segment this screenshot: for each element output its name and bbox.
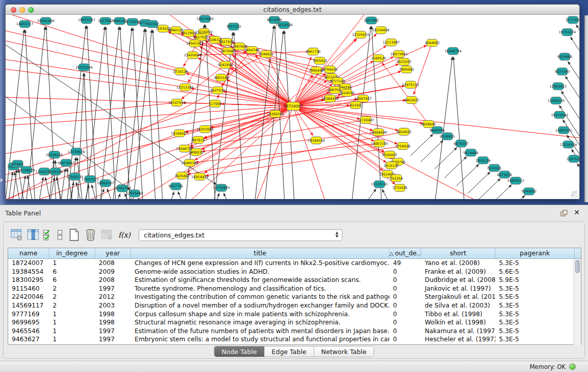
table-row[interactable]: 946362711997Embryonic stem cells: a mode… xyxy=(8,335,581,344)
table-row[interactable]: 1456911722003Disruption of a novel membe… xyxy=(8,301,581,310)
graph-node[interactable]: 7485063 xyxy=(399,66,414,73)
graph-node[interactable]: 9184067 xyxy=(382,151,397,158)
table-cell[interactable]: Stergiakouli et al. (2012) xyxy=(421,293,495,301)
graph-node[interactable]: 9242848 xyxy=(218,61,233,69)
graph-node[interactable]: 10653267 xyxy=(78,16,95,24)
table-cell[interactable]: 0 xyxy=(389,293,421,301)
graph-node[interactable]: 12325419 xyxy=(352,31,369,38)
table-cell[interactable]: 1997 xyxy=(95,335,131,344)
table-row[interactable]: 969969511998Structural magnetic resonanc… xyxy=(8,318,581,327)
table-cell[interactable]: Tourette syndrome. Phenomenology and cla… xyxy=(131,285,389,293)
graph-node[interactable]: 9227343 xyxy=(555,68,570,75)
table-cell[interactable]: 2012 xyxy=(95,293,131,301)
table-cell[interactable]: Estimation of the future numbers of pati… xyxy=(131,327,389,336)
table-cell[interactable]: 5.3E-5 xyxy=(495,310,575,319)
table-cell[interactable]: 5.9E-5 xyxy=(495,276,575,285)
graph-node[interactable]: 1167533 xyxy=(567,155,579,162)
function-builder-icon[interactable]: f(x) xyxy=(118,231,130,239)
select-column-icon[interactable] xyxy=(26,228,40,242)
graph-node[interactable]: 19384554 xyxy=(308,137,324,144)
select-all-checks-icon[interactable] xyxy=(42,228,53,242)
table-cell[interactable]: Genome-wide association studies in ADHD. xyxy=(131,268,389,276)
graph-node[interactable]: 10107554 xyxy=(168,99,185,106)
table-cell[interactable]: Yano et al. (2008) xyxy=(421,259,495,268)
table-cell[interactable]: 1997 xyxy=(95,327,131,336)
graph-node[interactable]: 9463627 xyxy=(404,97,419,104)
table-row[interactable]: 1872400712008Changes of HCN gene express… xyxy=(8,259,581,268)
table-selector-dropdown[interactable]: citations_edges.txt ▲▼ xyxy=(139,229,342,241)
table-cell[interactable]: 49 xyxy=(389,259,421,268)
graph-node[interactable]: 1733426 xyxy=(393,184,407,191)
table-cell[interactable]: 0 xyxy=(389,276,421,285)
window-resize-grip[interactable] xyxy=(571,191,578,198)
table-cell[interactable]: 5.3E-5 xyxy=(495,301,575,310)
table-cell[interactable]: Franke et al. (2009) xyxy=(421,268,495,276)
graph-node[interactable]: 15720407 xyxy=(357,116,374,123)
graph-node[interactable]: 887833 xyxy=(192,136,205,143)
graph-node[interactable]: 8938923 xyxy=(440,133,455,140)
graph-node[interactable]: 10654112 xyxy=(507,177,524,184)
graph-node[interactable]: 117006 xyxy=(209,100,222,107)
table-cell[interactable]: Investigating the contribution of common… xyxy=(131,293,389,301)
right-panel-edge[interactable] xyxy=(584,15,588,202)
graph-node[interactable]: 10807487 xyxy=(355,95,372,102)
table-vertical-scrollbar[interactable] xyxy=(574,259,581,345)
graph-node[interactable]: 20153346 xyxy=(75,64,92,71)
table-cell[interactable]: Structural magnetic resonance image aver… xyxy=(131,318,389,327)
table-cell[interactable]: Wolkin et al. (1998) xyxy=(421,318,495,327)
graph-node[interactable]: 9756928 xyxy=(396,142,410,149)
graph-node[interactable]: 12213386 xyxy=(177,84,193,91)
close-panel-icon[interactable]: ✕ xyxy=(574,208,580,216)
table-cell[interactable]: Tibbo et al. (1998) xyxy=(421,310,495,319)
table-cell[interactable]: 5.3E-5 xyxy=(495,318,575,327)
float-panel-icon[interactable] xyxy=(560,209,568,216)
table-cell[interactable]: 9699695 xyxy=(8,318,49,327)
table-row[interactable]: 1830029562008Estimation of significance … xyxy=(8,276,581,285)
graph-node[interactable]: 9457791 xyxy=(168,183,183,190)
graph-node[interactable]: 17016504 xyxy=(560,141,577,148)
graph-node[interactable]: 14055717 xyxy=(16,20,33,28)
graph-node[interactable]: 2718126 xyxy=(173,68,188,75)
graph-node[interactable]: 8427552 xyxy=(210,87,225,94)
graph-node[interactable]: 17957223 xyxy=(81,176,98,183)
column-header-in_degree[interactable]: in_degree xyxy=(49,248,95,258)
clear-selection-icon[interactable] xyxy=(55,228,65,242)
table-cell[interactable]: 5.3E-5 xyxy=(495,285,575,293)
table-cell[interactable]: 5.6E-5 xyxy=(495,268,575,276)
graph-node[interactable]: 16848784 xyxy=(444,48,461,55)
new-table-icon[interactable] xyxy=(67,228,81,242)
graph-node[interactable]: 752254 xyxy=(390,174,403,182)
table-cell[interactable]: 22420046 xyxy=(8,293,49,301)
graph-node[interactable]: 2935114 xyxy=(475,157,490,164)
graph-node[interactable]: 1527602 xyxy=(98,17,113,25)
table-cell[interactable]: 0 xyxy=(389,285,421,293)
graph-node[interactable]: 9654923 xyxy=(397,128,411,135)
graph-node[interactable]: 20206526 xyxy=(46,151,63,158)
table-cell[interactable]: 1998 xyxy=(95,318,131,327)
graph-node[interactable]: 12444195 xyxy=(548,97,564,104)
table-row[interactable]: 1938455462009Genome-wide association stu… xyxy=(8,268,581,276)
graph-node[interactable]: 10958107 xyxy=(97,180,114,187)
graph-node[interactable]: 1588520 xyxy=(371,55,386,62)
graph-node[interactable]: 6522057 xyxy=(397,58,411,65)
graph-node[interactable]: 1864093 xyxy=(425,39,440,47)
graph-node[interactable]: 7632621 xyxy=(487,164,502,171)
column-header-out_de[interactable]: △out_de... xyxy=(389,248,421,258)
table-row[interactable]: 2242004622012Investigating the contribut… xyxy=(8,293,581,301)
table-cell[interactable]: 5.3E-5 xyxy=(495,335,575,344)
graph-node[interactable]: 9475685 xyxy=(221,48,235,55)
network-window[interactable]: citations_edges.txt 14055717206914061065… xyxy=(5,4,580,199)
table-cell[interactable]: 0 xyxy=(389,318,421,327)
table-cell[interactable]: Nakamura et al. (1997) xyxy=(421,327,495,336)
table-settings-icon[interactable] xyxy=(10,228,24,242)
graph-node[interactable]: 12213987 xyxy=(383,39,400,46)
graph-node[interactable]: 12093822 xyxy=(550,83,567,90)
table-cell[interactable]: 5.3E-5 xyxy=(495,327,575,336)
table-cell[interactable]: de Silva et al. (2003) xyxy=(421,301,495,310)
table-cell[interactable]: 2003 xyxy=(95,301,131,310)
column-header-name[interactable]: name xyxy=(8,248,49,258)
table-cell[interactable]: Hescheler et al. (1997) xyxy=(421,335,495,344)
table-cell[interactable]: 2008 xyxy=(95,276,131,285)
table-cell[interactable]: Dudbridge et al. (2008) xyxy=(421,276,495,285)
table-cell[interactable]: 6 xyxy=(49,268,95,276)
